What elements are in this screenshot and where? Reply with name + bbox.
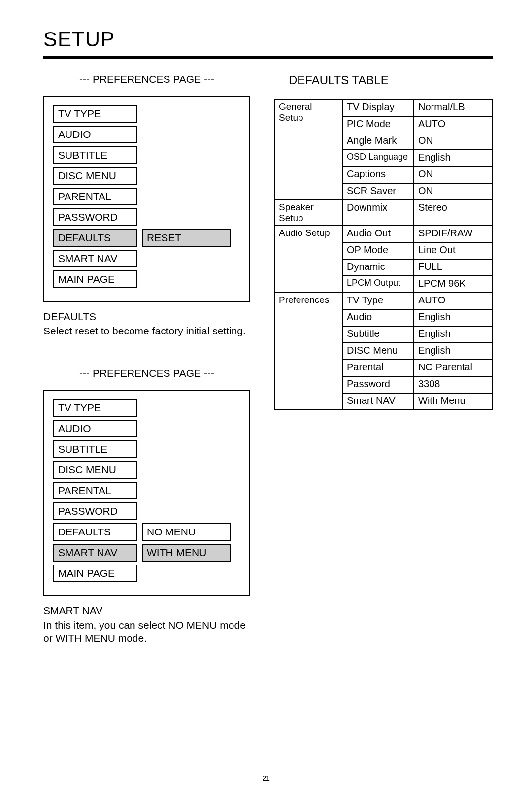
setting-cell: DISC Menu [342, 343, 414, 360]
menu-sub-item: WITH MENU [142, 544, 231, 562]
value-cell: English [414, 309, 492, 326]
menu-item: TV TYPE [53, 105, 137, 123]
value-cell: AUTO [414, 116, 492, 133]
value-cell: LPCM 96K [414, 276, 492, 293]
caption-head-1: DEFAULTS [43, 310, 250, 323]
menu-row: SMART NAVWITH MENU [53, 544, 240, 562]
setting-cell: Audio Out [342, 226, 414, 242]
setting-cell: OP Mode [342, 242, 414, 259]
value-cell: FULL [414, 259, 492, 276]
table-row: Speaker SetupDownmixStereo [274, 200, 492, 226]
value-cell: Stereo [414, 200, 492, 226]
menu-sub-item: NO MENU [142, 523, 231, 541]
menu-item: SMART NAV [53, 544, 137, 562]
menu-row: PASSWORD [53, 208, 240, 226]
setting-cell: Subtitle [342, 326, 414, 343]
caption-head-2: SMART NAV [43, 604, 250, 617]
caption-body-1: Select reset to become factory initial s… [43, 324, 250, 337]
menu-row: DEFAULTSRESET [53, 229, 240, 247]
category-cell: General Setup [274, 100, 342, 200]
menu-item: TV TYPE [53, 399, 137, 417]
menu-row: DISC MENU [53, 461, 240, 479]
setting-cell: PIC Mode [342, 116, 414, 133]
setting-cell: Downmix [342, 200, 414, 226]
menu-row: DEFAULTSNO MENU [53, 523, 240, 541]
menu-item: PASSWORD [53, 208, 137, 226]
setting-cell: Audio [342, 309, 414, 326]
right-column: DEFAULTS TABLE General SetupTV DisplayNo… [274, 73, 493, 674]
category-cell: Preferences [274, 293, 342, 410]
value-cell: ON [414, 183, 492, 200]
caption-body-2: In this item, you can select NO MENU mod… [43, 618, 250, 645]
menu-sub-item: RESET [142, 229, 231, 247]
defaults-table-title: DEFAULTS TABLE [289, 73, 493, 87]
menu-row: TV TYPE [53, 399, 240, 417]
menu-item: AUDIO [53, 126, 137, 143]
value-cell: English [414, 343, 492, 360]
menu-row: PARENTAL [53, 188, 240, 205]
value-cell: English [414, 150, 492, 166]
value-cell: Line Out [414, 242, 492, 259]
menu-row: DISC MENU [53, 167, 240, 185]
menu-row: MAIN PAGE [53, 270, 240, 288]
value-cell: 3308 [414, 376, 492, 393]
menu-item: AUDIO [53, 420, 137, 437]
value-cell: English [414, 326, 492, 343]
setting-cell: Captions [342, 166, 414, 183]
page-number: 21 [0, 774, 532, 782]
table-row: PreferencesTV TypeAUTO [274, 293, 492, 309]
value-cell: Normal/LB [414, 100, 492, 116]
preferences-box-1: TV TYPEAUDIOSUBTITLEDISC MENUPARENTALPAS… [43, 96, 250, 302]
value-cell: ON [414, 166, 492, 183]
menu-row: PASSWORD [53, 502, 240, 520]
menu-item: SUBTITLE [53, 440, 137, 458]
setting-cell: SCR Saver [342, 183, 414, 200]
menu-row: MAIN PAGE [53, 565, 240, 582]
menu-row: PARENTAL [53, 482, 240, 499]
setting-cell: Password [342, 376, 414, 393]
value-cell: AUTO [414, 293, 492, 309]
menu-item: DEFAULTS [53, 229, 137, 247]
setting-cell: Smart NAV [342, 393, 414, 410]
menu-row: AUDIO [53, 420, 240, 437]
setting-cell: Parental [342, 360, 414, 376]
menu-row: SMART NAV [53, 250, 240, 267]
menu-item: MAIN PAGE [53, 565, 137, 582]
category-cell: Audio Setup [274, 226, 342, 293]
category-cell: Speaker Setup [274, 200, 342, 226]
preferences-heading-2: --- PREFERENCES PAGE --- [43, 367, 250, 379]
setting-cell: TV Type [342, 293, 414, 309]
menu-row: TV TYPE [53, 105, 240, 123]
value-cell: With Menu [414, 393, 492, 410]
menu-row: AUDIO [53, 126, 240, 143]
setting-cell: Dynamic [342, 259, 414, 276]
menu-item: PARENTAL [53, 188, 137, 205]
menu-item: SUBTITLE [53, 146, 137, 164]
horizontal-rule [43, 56, 493, 59]
value-cell: ON [414, 133, 492, 150]
setting-cell: LPCM Output [342, 276, 414, 293]
menu-item: MAIN PAGE [53, 270, 137, 288]
preferences-heading-1: --- PREFERENCES PAGE --- [43, 73, 250, 85]
menu-item: PARENTAL [53, 482, 137, 499]
menu-row: SUBTITLE [53, 440, 240, 458]
value-cell: NO Parental [414, 360, 492, 376]
menu-item: DISC MENU [53, 167, 137, 185]
setting-cell: TV Display [342, 100, 414, 116]
setting-cell: Angle Mark [342, 133, 414, 150]
smartnav-caption: SMART NAV In this item, you can select N… [43, 604, 250, 645]
page-title: SETUP [43, 28, 493, 51]
menu-item: SMART NAV [53, 250, 137, 267]
table-row: General SetupTV DisplayNormal/LB [274, 100, 492, 116]
value-cell: SPDIF/RAW [414, 226, 492, 242]
defaults-caption: DEFAULTS Select reset to become factory … [43, 310, 250, 338]
menu-item: DISC MENU [53, 461, 137, 479]
left-column: --- PREFERENCES PAGE --- TV TYPEAUDIOSUB… [43, 73, 250, 674]
setting-cell: OSD Language [342, 150, 414, 166]
table-row: Audio SetupAudio OutSPDIF/RAW [274, 226, 492, 242]
preferences-box-2: TV TYPEAUDIOSUBTITLEDISC MENUPARENTALPAS… [43, 390, 250, 596]
menu-row: SUBTITLE [53, 146, 240, 164]
menu-item: PASSWORD [53, 502, 137, 520]
menu-item: DEFAULTS [53, 523, 137, 541]
defaults-table: General SetupTV DisplayNormal/LBPIC Mode… [274, 99, 493, 410]
